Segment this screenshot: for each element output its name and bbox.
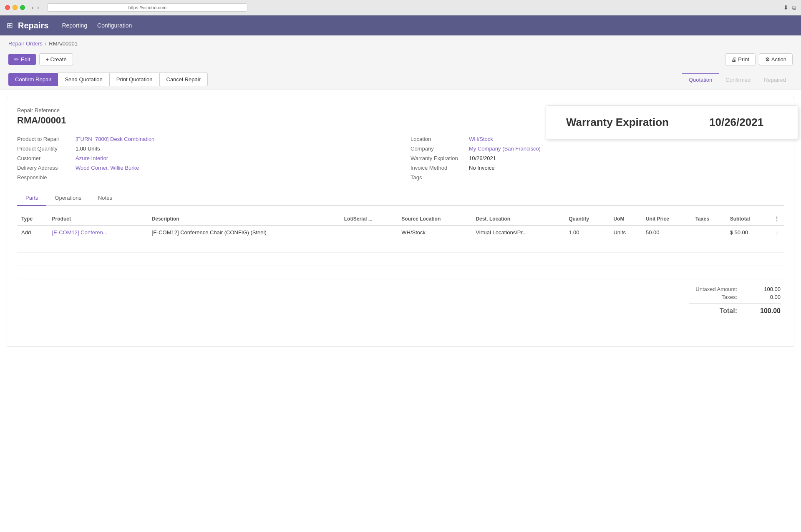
total-divider bbox=[689, 304, 781, 304]
customer-value[interactable]: Azure Interior bbox=[76, 155, 108, 161]
table-row-empty-2 bbox=[17, 253, 784, 266]
invoice-value: No Invoice bbox=[469, 165, 494, 171]
mac-forward-btn[interactable]: › bbox=[36, 4, 40, 11]
warranty-overlay: Warranty Expiration 10/26/2021 bbox=[546, 105, 798, 139]
app-brand[interactable]: Repairs bbox=[18, 21, 48, 30]
detail-right: Location WH/Stock Company My Company (Sa… bbox=[411, 136, 784, 181]
mac-download-btn[interactable]: ⬇ bbox=[783, 4, 788, 11]
status-bar: Quotation Confirmed Repaired bbox=[682, 73, 793, 85]
col-description: Description bbox=[148, 213, 340, 226]
col-source: Source Location bbox=[397, 213, 471, 226]
cell-description: [E-COM12] Conference Chair (CONFIG) (Ste… bbox=[148, 226, 340, 239]
field-product-quantity: Product Quantity 1.00 Units bbox=[17, 146, 390, 152]
col-quantity: Quantity bbox=[564, 213, 609, 226]
table-row-empty-3 bbox=[17, 266, 784, 279]
taxes-label: Taxes: bbox=[679, 294, 737, 300]
app-container: ⊞ Repairs Reporting Configuration Repair… bbox=[0, 15, 801, 532]
field-delivery-address: Delivery Address Wood Corner, Willie Bur… bbox=[17, 165, 390, 171]
edit-icon: ✏ bbox=[14, 56, 19, 63]
location-label: Location bbox=[411, 136, 469, 142]
taxes-value: 0.00 bbox=[747, 294, 781, 300]
warranty-label: Warranty Expiration bbox=[411, 155, 469, 161]
table-row[interactable]: Add [E-COM12] Conferen... [E-COM12] Conf… bbox=[17, 226, 784, 239]
confirm-repair-button[interactable]: Confirm Repair bbox=[8, 73, 58, 86]
mac-back-btn[interactable]: ‹ bbox=[31, 4, 35, 11]
create-button[interactable]: + Create bbox=[39, 53, 73, 65]
breadcrumb: Repair Orders / RMA/00001 bbox=[0, 35, 801, 50]
col-product: Product bbox=[48, 213, 148, 226]
product-repair-value[interactable]: [FURN_7800] Desk Combination bbox=[76, 136, 154, 142]
cell-product[interactable]: [E-COM12] Conferen... bbox=[48, 226, 148, 239]
totals-section: Untaxed Amount: 100.00 Taxes: 0.00 Total… bbox=[17, 286, 784, 315]
parts-table: Type Product Description Lot/Serial ... … bbox=[17, 213, 784, 279]
field-company: Company My Company (San Francisco) bbox=[411, 146, 784, 152]
product-repair-label: Product to Repair bbox=[17, 136, 76, 142]
total-row: Total: 100.00 bbox=[679, 307, 781, 315]
cell-lot bbox=[340, 226, 397, 239]
mac-close-btn[interactable] bbox=[5, 5, 10, 10]
customer-label: Customer bbox=[17, 155, 76, 161]
cell-uom: Units bbox=[609, 226, 642, 239]
url-bar[interactable]: https://viindoo.com bbox=[47, 3, 247, 12]
nav-reporting[interactable]: Reporting bbox=[62, 20, 87, 30]
untaxed-value: 100.00 bbox=[747, 286, 781, 292]
untaxed-label: Untaxed Amount: bbox=[679, 286, 737, 292]
total-label: Total: bbox=[679, 307, 737, 315]
product-qty-value: 1.00 Units bbox=[76, 146, 100, 152]
location-value[interactable]: WH/Stock bbox=[469, 136, 493, 142]
tab-notes[interactable]: Notes bbox=[90, 191, 121, 206]
detail-grid: Product to Repair [FURN_7800] Desk Combi… bbox=[17, 136, 784, 181]
cell-source: WH/Stock bbox=[397, 226, 471, 239]
company-value[interactable]: My Company (San Francisco) bbox=[469, 146, 541, 152]
col-dest: Dest. Location bbox=[471, 213, 564, 226]
taxes-row: Taxes: 0.00 bbox=[679, 294, 781, 300]
status-quotation[interactable]: Quotation bbox=[682, 73, 719, 85]
print-button[interactable]: 🖨 Print bbox=[725, 53, 756, 65]
mac-split-btn[interactable]: ⧉ bbox=[792, 4, 796, 11]
table-header: Type Product Description Lot/Serial ... … bbox=[17, 213, 784, 226]
cell-taxes bbox=[691, 226, 726, 239]
status-repaired[interactable]: Repaired bbox=[757, 73, 793, 85]
send-quotation-button[interactable]: Send Quotation bbox=[58, 73, 109, 86]
tab-parts[interactable]: Parts bbox=[17, 191, 46, 206]
warranty-value: 10/26/2021 bbox=[469, 155, 496, 161]
grid-icon[interactable]: ⊞ bbox=[7, 21, 13, 30]
invoice-label: Invoice Method bbox=[411, 165, 469, 171]
nav-configuration[interactable]: Configuration bbox=[97, 20, 132, 30]
cell-dest: Virtual Locations/Pr... bbox=[471, 226, 564, 239]
tab-operations[interactable]: Operations bbox=[46, 191, 90, 206]
product-qty-label: Product Quantity bbox=[17, 146, 76, 152]
detail-left: Product to Repair [FURN_7800] Desk Combi… bbox=[17, 136, 390, 181]
cancel-repair-button[interactable]: Cancel Repair bbox=[160, 73, 208, 86]
action-row: Confirm Repair Send Quotation Print Quot… bbox=[0, 69, 801, 90]
col-unit-price: Unit Price bbox=[642, 213, 691, 226]
mac-nav: ‹ › bbox=[31, 4, 40, 11]
field-warranty: Warranty Expiration 10/26/2021 bbox=[411, 155, 784, 161]
field-responsible: Responsible bbox=[17, 174, 390, 181]
table-row-empty-1 bbox=[17, 239, 784, 253]
breadcrumb-parent[interactable]: Repair Orders bbox=[8, 40, 43, 47]
mac-min-btn[interactable] bbox=[13, 5, 18, 10]
status-confirmed[interactable]: Confirmed bbox=[719, 73, 757, 85]
col-subtotal: Subtotal bbox=[726, 213, 770, 226]
print-quotation-button[interactable]: Print Quotation bbox=[110, 73, 160, 86]
breadcrumb-current: RMA/00001 bbox=[49, 40, 78, 47]
warranty-overlay-label: Warranty Expiration bbox=[546, 106, 689, 139]
delivery-label: Delivery Address bbox=[17, 165, 76, 171]
field-tags: Tags bbox=[411, 174, 784, 181]
action-button[interactable]: ⚙ Action bbox=[759, 53, 793, 65]
cell-unit-price: 50.00 bbox=[642, 226, 691, 239]
cell-more[interactable]: ⋮ bbox=[770, 226, 784, 239]
mac-titlebar: ‹ › https://viindoo.com ⬇ ⧉ bbox=[0, 0, 801, 15]
col-lot: Lot/Serial ... bbox=[340, 213, 397, 226]
edit-button[interactable]: ✏ Edit bbox=[8, 54, 36, 65]
responsible-label: Responsible bbox=[17, 174, 76, 181]
table-body: Add [E-COM12] Conferen... [E-COM12] Conf… bbox=[17, 226, 784, 279]
mac-max-btn[interactable] bbox=[20, 5, 25, 10]
breadcrumb-separator: / bbox=[45, 40, 47, 47]
delivery-value[interactable]: Wood Corner, Willie Burke bbox=[76, 165, 139, 171]
col-more: ⋮ bbox=[770, 213, 784, 226]
cell-subtotal: $ 50.00 bbox=[726, 226, 770, 239]
main-content: Warranty Expiration 10/26/2021 Repair Re… bbox=[7, 97, 794, 347]
tabs: Parts Operations Notes bbox=[17, 191, 784, 206]
